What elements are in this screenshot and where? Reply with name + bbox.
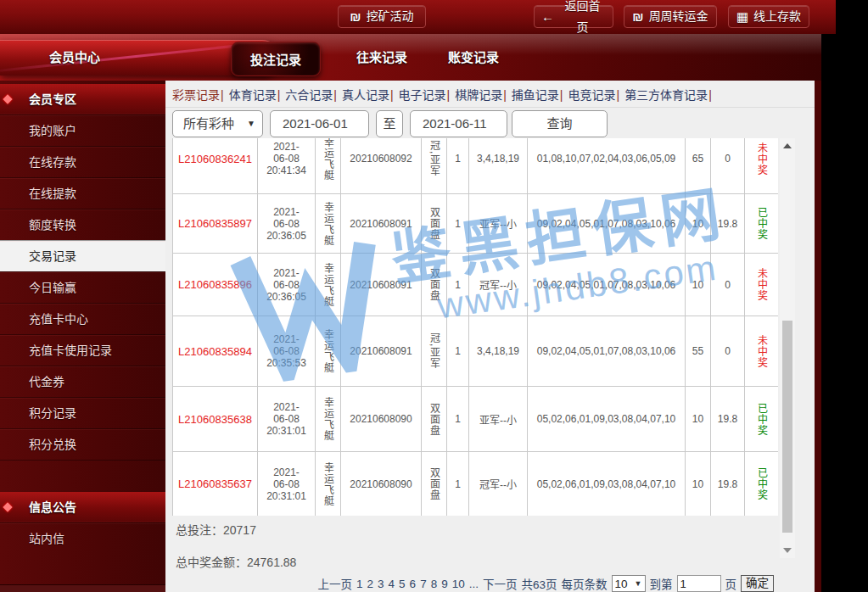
tab-transfer-records[interactable]: 往来记录: [336, 34, 428, 81]
page-unit-label: 页: [725, 575, 737, 592]
subnav-separator: |: [560, 88, 563, 102]
weekly-bonus-button[interactable]: ₪ 周周转运金: [624, 5, 717, 28]
per-page-select[interactable]: 10 ▼: [612, 575, 646, 592]
tab-account-change-records[interactable]: 账变记录: [428, 34, 519, 81]
win-amount: 0: [711, 254, 745, 316]
page-link-5[interactable]: 5: [399, 578, 406, 590]
mining-activity-button[interactable]: ₪ 挖矿活动: [338, 5, 426, 28]
sidebar-item-my-account[interactable]: 我的账户: [0, 114, 165, 146]
order-id-link[interactable]: L21060836241: [173, 138, 258, 194]
confirm-button[interactable]: 确定: [741, 575, 774, 592]
sidebar-item-today-winloss[interactable]: 今日输赢: [0, 271, 165, 303]
date-from-input[interactable]: 2021-06-01: [270, 110, 369, 137]
sidebar-section-announcements: 信息公告: [0, 492, 165, 522]
page-link-8[interactable]: 8: [431, 578, 438, 590]
order-id-link[interactable]: L21060835897: [173, 194, 258, 254]
bet-content: 3,4,18,19: [469, 316, 528, 387]
sidebar-item-points-records[interactable]: 积分记录: [0, 397, 165, 428]
order-id-link[interactable]: L21060835894: [173, 316, 258, 387]
online-deposit-button[interactable]: ▦ 线上存款: [728, 5, 809, 28]
search-button[interactable]: 查询: [512, 110, 608, 137]
total-pages-label: 共63页: [521, 575, 557, 592]
subnav-sports-records[interactable]: 体育记录: [229, 88, 277, 102]
bet-count: 1: [447, 316, 469, 387]
arrow-left-icon: ←: [541, 6, 554, 27]
subnav-liuhe-records[interactable]: 六合记录: [285, 88, 333, 102]
sidebar-item-online-withdraw[interactable]: 在线提款: [0, 177, 165, 209]
scrollbar-thumb[interactable]: [782, 321, 792, 533]
subnav-thirdparty-sports-records[interactable]: 第三方体育记录: [624, 88, 708, 102]
table-scrollbar[interactable]: [780, 138, 795, 558]
table-row: L21060835638 2021-06-0820:31:01 幸运飞艇 202…: [173, 387, 779, 452]
sidebar-item-quota-transfer[interactable]: 额度转换: [0, 209, 165, 240]
order-id-link[interactable]: L21060835637: [173, 452, 258, 517]
scroll-down-arrow-icon[interactable]: [780, 545, 795, 556]
bet-amount: 10: [686, 194, 711, 254]
game-name: 幸运飞艇: [316, 138, 341, 194]
back-home-button[interactable]: ← 返回首页: [534, 5, 613, 28]
sidebar-section-label: 信息公告: [29, 500, 76, 514]
period-number: 20210608092: [341, 138, 422, 194]
sidebar-item-online-deposit[interactable]: 在线存款: [0, 146, 165, 177]
page-link-10[interactable]: 10: [452, 578, 465, 590]
page-link-3[interactable]: 3: [378, 578, 384, 590]
subnav-separator: |: [221, 88, 224, 102]
scroll-up-arrow-icon[interactable]: [780, 140, 795, 152]
date-to-input[interactable]: 2021-06-11: [410, 110, 507, 137]
draw-result: 09,02,04,05,01,07,08,03,10,06: [528, 254, 686, 316]
sidebar-item-points-exchange[interactable]: 积分兑换: [0, 428, 165, 460]
sidebar-item-recharge-card-center[interactable]: 充值卡中心: [0, 303, 165, 334]
play-type: 双面盘: [422, 452, 447, 517]
sidebar-item-recharge-card-usage[interactable]: 充值卡使用记录: [0, 334, 165, 366]
sidebar-item-transaction-records[interactable]: 交易记录: [0, 240, 165, 271]
game-name: 幸运飞艇: [316, 387, 341, 452]
subnav-separator: |: [447, 88, 451, 102]
filter-bar: 所有彩种 ▼ 2021-06-01 至 2021-06-11 查询: [172, 110, 800, 139]
subnav-live-records[interactable]: 真人记录: [342, 88, 389, 102]
page-link-4[interactable]: 4: [389, 578, 395, 590]
subnav-lottery-records[interactable]: 彩票记录: [172, 88, 220, 102]
play-type: 冠,亚军: [422, 316, 447, 387]
total-win-value: 24761.88: [247, 556, 296, 569]
subnav-fishing-records[interactable]: 捕鱼记录: [512, 88, 559, 102]
status-badge: 未中奖: [745, 316, 779, 387]
page-link-1[interactable]: 1: [356, 578, 363, 590]
order-id-link[interactable]: L21060835638: [173, 387, 258, 452]
subnav-esports-records[interactable]: 电竞记录: [568, 88, 615, 102]
page-link-9[interactable]: 9: [441, 578, 448, 590]
table-row: L21060835637 2021-06-0820:31:01 幸运飞艇 202…: [173, 452, 779, 517]
date-range-to-label: 至: [376, 110, 403, 137]
order-id-link[interactable]: L21060835896: [173, 254, 258, 316]
page-ellipsis: ...: [469, 578, 479, 590]
chevron-down-icon: ▼: [247, 111, 255, 137]
total-bet-value: 20717: [223, 523, 256, 537]
tab-bet-records[interactable]: 投注记录: [231, 42, 321, 76]
draw-result: 09,02,04,05,01,07,08,03,10,06: [528, 316, 686, 387]
main-panel: 彩票记录|体育记录|六合记录|真人记录|电子记录|棋牌记录|捕鱼记录|电竞记录|…: [165, 81, 815, 592]
play-type: 双面盘: [422, 254, 447, 316]
win-amount: 19.8: [711, 452, 745, 517]
bet-time: 2021-06-0820:36:05: [258, 194, 316, 254]
win-amount: 19.8: [711, 194, 745, 254]
subnav-boardgame-records[interactable]: 棋牌记录: [455, 88, 502, 102]
sidebar-item-site-mail[interactable]: 站内信: [0, 522, 165, 554]
subnav-separator: |: [616, 88, 619, 102]
goto-page-input[interactable]: [677, 575, 721, 592]
status-badge: 已中奖: [745, 387, 779, 452]
mining-activity-label: 挖矿活动: [367, 6, 414, 27]
goto-page-label: 到第: [650, 575, 673, 592]
subnav-divider: [165, 107, 815, 108]
page-link-2[interactable]: 2: [367, 578, 374, 590]
table-row: L21060835897 2021-06-0820:36:05 幸运飞艇 202…: [173, 194, 779, 254]
page-link-7[interactable]: 7: [420, 578, 427, 590]
chevron-down-icon: ▼: [635, 579, 642, 588]
prev-page-link[interactable]: 上一页: [318, 575, 353, 592]
bet-amount: 55: [686, 316, 711, 387]
sidebar-item-voucher[interactable]: 代金券: [0, 366, 165, 397]
next-page-link[interactable]: 下一页: [483, 575, 518, 592]
subnav-egame-records[interactable]: 电子记录: [399, 88, 446, 102]
page-link-6[interactable]: 6: [410, 578, 417, 590]
bet-records-table-viewport: L21060836241 2021-06-0820:41:34 幸运飞艇 202…: [172, 138, 778, 516]
subnav-separator: |: [333, 88, 337, 102]
lottery-type-select[interactable]: 所有彩种 ▼: [172, 110, 263, 137]
